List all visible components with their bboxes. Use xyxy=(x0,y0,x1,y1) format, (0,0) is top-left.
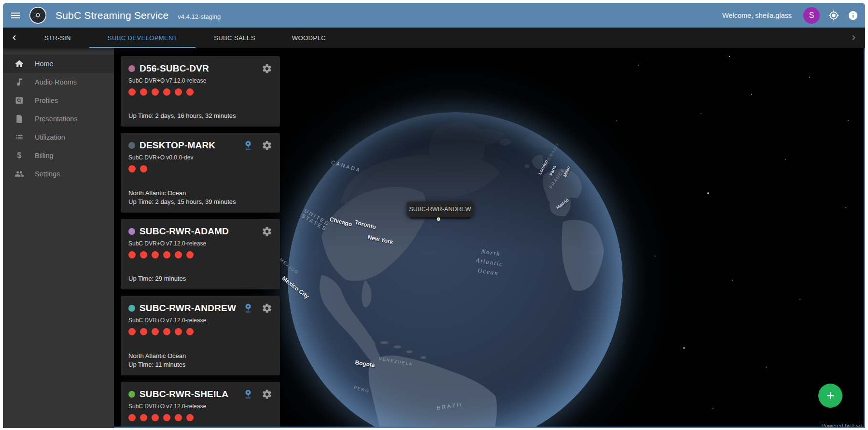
sidebar-item-label: Profiles xyxy=(35,97,58,104)
device-uptime: Up Time: 29 minutes xyxy=(128,274,272,283)
pin-drop-icon[interactable] xyxy=(243,140,253,151)
device-version: SubC DVR+O v0.0.0-dev xyxy=(128,154,272,161)
alert-dots xyxy=(128,88,272,96)
device-status-dot xyxy=(128,305,135,312)
home-icon xyxy=(14,59,24,69)
alert-dots xyxy=(128,414,272,421)
alert-dot xyxy=(140,251,147,258)
device-card-subc-rwr-andrew[interactable]: SUBC-RWR-ANDREWSubC DVR+O v7.12.0-releas… xyxy=(121,296,280,375)
earth-globe xyxy=(288,112,623,428)
sidebar-menu: HomeAudio RoomsProfilesPresentationsUtil… xyxy=(3,48,114,428)
alert-dot xyxy=(152,414,159,421)
alert-dot xyxy=(152,251,159,258)
sidebar-item-label: Settings xyxy=(35,170,60,178)
sidebar-item-settings[interactable]: Settings xyxy=(3,165,114,183)
starfield xyxy=(114,48,115,49)
alert-dots xyxy=(128,165,272,172)
map-tooltip: SUBC-RWR-ANDREW xyxy=(407,201,473,217)
alert-dot xyxy=(175,251,182,258)
subc-aperture-logo xyxy=(29,6,47,24)
alert-dot xyxy=(152,328,159,335)
device-name: SUBC-RWR-ANDREW xyxy=(140,303,238,314)
dollar-icon: $ xyxy=(14,151,24,160)
chevron-right-icon[interactable] xyxy=(842,28,865,48)
device-settings-gear-icon[interactable] xyxy=(262,63,272,74)
people-icon xyxy=(14,169,24,179)
list-icon xyxy=(14,132,24,142)
device-settings-gear-icon[interactable] xyxy=(262,226,272,237)
menu-hamburger-icon[interactable] xyxy=(10,10,21,21)
device-name: SUBC-RWR-SHEILA xyxy=(140,389,238,400)
sidebar-item-label: Billing xyxy=(35,152,54,159)
chevron-left-icon[interactable] xyxy=(3,28,26,48)
tab-subc-sales[interactable]: SUBC SALES xyxy=(196,28,274,48)
alert-dot xyxy=(186,88,194,96)
device-settings-gear-icon[interactable] xyxy=(262,140,272,151)
device-version: SubC DVR+O v7.12.0-release xyxy=(128,240,272,247)
map-attribution: Powered by Esri xyxy=(821,423,862,428)
avatar[interactable]: S xyxy=(803,7,820,24)
device-location: North Atlantic Ocean xyxy=(128,189,272,198)
alert-dot xyxy=(152,88,159,96)
alert-dot xyxy=(140,88,147,96)
tab-subc-development[interactable]: SUBC DEVELOPMENT xyxy=(89,28,196,48)
sidebar-item-label: Home xyxy=(35,60,54,68)
tab-str-sin[interactable]: STR-SIN xyxy=(26,28,89,48)
device-card-desktop-mark[interactable]: DESKTOP-MARKSubC DVR+O v0.0.0-devNorth A… xyxy=(121,133,280,213)
sidebar-item-label: Presentations xyxy=(35,115,78,123)
avatar-initial: S xyxy=(809,11,814,20)
device-settings-gear-icon[interactable] xyxy=(262,389,272,400)
device-list: D56-SUBC-DVRSubC DVR+O v7.12.0-releaseUp… xyxy=(121,56,280,428)
tab-list: STR-SINSUBC DEVELOPMENTSUBC SALESWOODPLC xyxy=(26,28,344,48)
alert-dot xyxy=(175,88,182,96)
sidebar-item-label: Audio Rooms xyxy=(35,78,77,86)
alert-dot xyxy=(186,251,194,258)
sidebar-item-utilization[interactable]: Utilization xyxy=(3,128,114,146)
alert-dot xyxy=(163,88,170,96)
alert-dot xyxy=(140,328,147,335)
map-tooltip-label: SUBC-RWR-ANDREW xyxy=(409,206,471,213)
alert-dot xyxy=(128,88,136,96)
alert-dot xyxy=(163,251,170,258)
alert-dot xyxy=(186,414,194,421)
device-version: SubC DVR+O v7.12.0-release xyxy=(128,403,272,410)
sidebar-item-home[interactable]: Home xyxy=(3,55,114,73)
device-map-marker[interactable] xyxy=(437,217,440,221)
attachment-file-icon xyxy=(14,114,24,124)
alert-dot xyxy=(140,165,147,172)
svg-text:$: $ xyxy=(17,151,22,159)
sidebar-item-billing[interactable]: $Billing xyxy=(3,146,114,165)
sidebar-item-audio-rooms[interactable]: Audio Rooms xyxy=(3,73,114,91)
alert-dot xyxy=(163,328,170,335)
sidebar-item-presentations[interactable]: Presentations xyxy=(3,110,114,128)
content-area: CANADAUNITED STATESChicagoTorontoNew Yor… xyxy=(114,48,865,428)
alert-dot xyxy=(163,414,170,421)
device-version: SubC DVR+O v7.12.0-release xyxy=(128,317,272,324)
app-header: SubC Streaming Service v4.4.12-staging W… xyxy=(3,3,865,28)
device-version: SubC DVR+O v7.12.0-release xyxy=(128,77,272,84)
device-uptime: Up Time: 11 minutes xyxy=(128,360,272,369)
alert-dot xyxy=(128,328,136,335)
pin-drop-icon[interactable] xyxy=(243,303,253,314)
company-tabbar: STR-SINSUBC DEVELOPMENTSUBC SALESWOODPLC xyxy=(3,28,865,48)
app-version: v4.4.12-staging xyxy=(178,13,221,20)
sidebar-item-profiles[interactable]: Profiles xyxy=(3,91,114,110)
device-settings-gear-icon[interactable] xyxy=(262,303,272,314)
device-card-d56-subc-dvr[interactable]: D56-SUBC-DVRSubC DVR+O v7.12.0-releaseUp… xyxy=(121,56,280,127)
info-icon[interactable] xyxy=(848,10,858,21)
sidebar-item-label: Utilization xyxy=(35,133,65,141)
gps-locate-icon[interactable] xyxy=(828,10,839,21)
alert-dot xyxy=(175,414,182,421)
device-card-subc-rwr-adamd[interactable]: SUBC-RWR-ADAMDSubC DVR+O v7.12.0-release… xyxy=(121,219,280,289)
tab-woodplc[interactable]: WOODPLC xyxy=(274,28,344,48)
device-uptime: Up Time: 2 days, 15 hours, 39 minutes xyxy=(128,198,272,206)
device-card-subc-rwr-sheila[interactable]: SUBC-RWR-SHEILASubC DVR+O v7.12.0-releas… xyxy=(121,382,280,428)
page-title: SubC Streaming Service xyxy=(56,10,168,21)
device-name: D56-SUBC-DVR xyxy=(140,63,257,74)
device-status-dot xyxy=(128,142,135,149)
welcome-text: Welcome, sheila.glass xyxy=(722,12,792,19)
add-device-fab[interactable] xyxy=(818,384,842,408)
pin-drop-icon[interactable] xyxy=(243,389,253,400)
alert-dot xyxy=(128,251,136,258)
image-search-icon xyxy=(14,96,24,105)
